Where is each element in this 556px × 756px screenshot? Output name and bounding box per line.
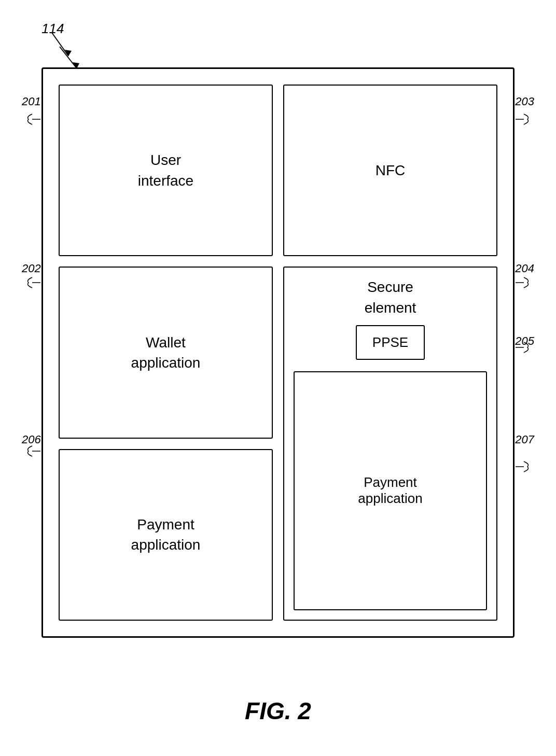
nfc-label: NFC	[376, 160, 406, 180]
user-interface-label: Userinterface	[138, 150, 193, 190]
svg-line-0	[52, 33, 68, 56]
figure-reference-area: 114	[41, 21, 64, 37]
outer-container: Userinterface NFC Walletapplication Secu…	[41, 67, 515, 638]
page: 114 Userinterface NFC Walletapplication	[0, 0, 556, 756]
ref-203-label: 203	[515, 95, 534, 108]
wallet-application-label: Walletapplication	[131, 332, 201, 373]
payment-application-1-label: Paymentapplication	[131, 514, 201, 555]
ppse-box: PPSE	[356, 325, 425, 360]
secure-element-container: Secureelement PPSE Paymentapplication	[283, 267, 497, 621]
ref-202-label: 202	[22, 262, 41, 275]
ref-204-label: 204	[515, 262, 534, 275]
user-interface-box: Userinterface	[59, 85, 273, 256]
ref-206-label: 206	[22, 433, 41, 446]
payment-application-2-box: Paymentapplication	[294, 371, 487, 610]
payment-application-2-label: Paymentapplication	[358, 474, 422, 507]
diagram-grid: Userinterface NFC Walletapplication Secu…	[43, 69, 513, 636]
figure-caption: FIG. 2	[245, 697, 311, 725]
secure-element-label-area: Secureelement	[294, 277, 487, 317]
wallet-application-box: Walletapplication	[59, 267, 273, 438]
ref-207-label: 207	[515, 433, 534, 446]
ref-201-label: 201	[22, 95, 41, 108]
payment-application-1-box: Paymentapplication	[59, 449, 273, 621]
ppse-label: PPSE	[372, 334, 408, 350]
secure-element-label: Secureelement	[365, 279, 416, 315]
ref-205-label: 205	[515, 334, 534, 348]
nfc-box: NFC	[283, 85, 497, 256]
